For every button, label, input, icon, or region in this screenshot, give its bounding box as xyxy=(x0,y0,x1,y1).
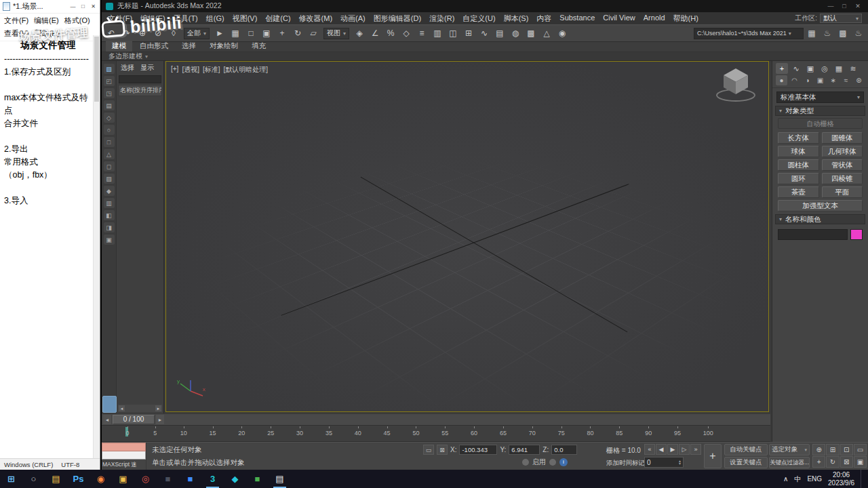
toolbar-icon[interactable]: ▱ xyxy=(306,26,321,41)
playback-button[interactable]: ◀ xyxy=(656,444,667,455)
timeline-ruler[interactable]: 0510152025303540455055606570758085909510… xyxy=(102,426,770,442)
toolbar-icon[interactable]: ⊕ xyxy=(135,26,150,41)
menu-item[interactable]: 文件(F) xyxy=(1,14,31,27)
ribbon-panel-polygon-modeling[interactable]: 多边形建模 xyxy=(102,52,868,61)
primitive-button[interactable]: 长方体 xyxy=(778,132,819,144)
toolbar-icon[interactable]: ◉ xyxy=(555,26,570,41)
taskbar-app-icon[interactable]: ▤ xyxy=(45,470,67,488)
modeling-tool-icon[interactable]: ◨ xyxy=(104,222,115,232)
create-category-icon[interactable]: ≈ xyxy=(840,75,852,85)
toolbar-icon[interactable]: △ xyxy=(539,26,554,41)
modeling-tool-icon[interactable]: ◻ xyxy=(104,161,115,171)
taskbar-app-icon[interactable]: ◆ xyxy=(224,470,246,488)
menu-item[interactable]: 编辑(E) xyxy=(136,14,170,24)
toolbar-icon[interactable]: ↻ xyxy=(290,26,305,41)
add-time-tag[interactable]: 添加时间标记 xyxy=(606,459,645,468)
playback-button[interactable]: ▶ xyxy=(667,444,678,455)
taskbar-app-icon[interactable]: ⊞ xyxy=(0,470,22,488)
time-slider[interactable]: 0 / 100 xyxy=(113,415,155,424)
window-control-button[interactable]: □ xyxy=(838,3,850,9)
toolbar-icon[interactable]: ↶ xyxy=(104,26,119,41)
toolbar-icon[interactable]: □ xyxy=(243,26,258,41)
modeling-tool-icon[interactable]: ▨ xyxy=(104,174,115,184)
playback-button[interactable]: « xyxy=(644,444,655,455)
create-category-icon[interactable]: ∗ xyxy=(827,75,839,85)
command-panel-tab[interactable]: + xyxy=(776,63,788,74)
scroll-left-icon[interactable]: ◄ xyxy=(119,405,125,411)
maxscript-mini-listener[interactable]: MAXScript 迷 xyxy=(102,443,146,470)
toolbar-icon[interactable]: ▤ xyxy=(492,26,507,41)
viewcube[interactable] xyxy=(714,67,757,106)
selection-filter-dropdown[interactable]: 全部 xyxy=(184,28,210,39)
menu-item[interactable]: 修改器(M) xyxy=(295,14,337,24)
render-icon[interactable]: ♨ xyxy=(851,26,866,41)
primitive-button[interactable]: 平面 xyxy=(822,186,863,198)
ribbon-tab[interactable]: 自由形式 xyxy=(134,41,174,52)
viewport-nav-icon[interactable]: ▭ xyxy=(854,444,867,455)
scrollbar-thumb[interactable] xyxy=(94,37,99,102)
toolbar-icon[interactable]: ▦ xyxy=(228,26,243,41)
viewport-nav-icon[interactable]: ⊡ xyxy=(840,444,853,455)
toolbar-icon[interactable]: ◇ xyxy=(399,26,414,41)
object-color-swatch[interactable] xyxy=(850,229,863,240)
modeling-tool-icon[interactable]: ◆ xyxy=(104,186,115,196)
toolbar-icon[interactable]: ▥ xyxy=(430,26,445,41)
viewport-nav-icon[interactable]: + xyxy=(812,456,825,468)
taskbar-app-icon[interactable]: ■ xyxy=(246,470,269,488)
workspace-dropdown[interactable]: 默认 xyxy=(820,14,862,23)
reference-coordinate-dropdown[interactable]: 视图 xyxy=(323,28,349,39)
menu-item[interactable]: 渲染(R) xyxy=(425,14,458,24)
menu-item[interactable]: 视图(V) xyxy=(229,14,262,24)
auto-key-button[interactable]: 自动关键点 xyxy=(724,444,768,455)
viewport-label-segment[interactable]: [透视] xyxy=(182,65,199,75)
modeling-tool-icon[interactable]: △ xyxy=(104,149,115,159)
viewcube-cube[interactable] xyxy=(724,68,748,94)
taskbar-app-icon[interactable]: ▤ xyxy=(269,470,291,488)
spinner-arrows-icon[interactable] xyxy=(679,460,681,465)
menu-item[interactable]: 编辑(E) xyxy=(31,14,62,27)
toolbar-icon[interactable]: ► xyxy=(212,26,227,41)
command-panel-tab[interactable]: ▦ xyxy=(833,63,845,74)
toggle-icon[interactable] xyxy=(549,459,556,466)
playback-button[interactable]: ▷ xyxy=(679,444,690,455)
x-coordinate-field[interactable]: -100.343 xyxy=(459,445,497,455)
isolate-selection-icon[interactable]: ▭ xyxy=(423,445,434,455)
set-key-mode-button[interactable]: 设置关键点 xyxy=(724,457,768,468)
taskbar-app-icon[interactable]: ◉ xyxy=(90,470,112,488)
menu-item[interactable]: 组(G) xyxy=(202,14,229,24)
viewport-nav-icon[interactable]: ⊕ xyxy=(812,444,825,455)
toolbar-icon[interactable]: ↷ xyxy=(119,26,134,41)
render-icon[interactable]: ▩ xyxy=(835,26,850,41)
toolbar-icon[interactable]: % xyxy=(383,26,398,41)
ime-indicator[interactable]: 中 xyxy=(794,474,801,484)
taskbar-app-icon[interactable]: ▣ xyxy=(112,470,134,488)
y-coordinate-field[interactable]: 6.941 xyxy=(509,445,540,455)
toggle-icon[interactable] xyxy=(522,459,529,466)
create-category-icon[interactable]: ⊛ xyxy=(853,75,865,85)
scroll-right-icon[interactable]: ► xyxy=(155,405,161,411)
tray-expand-chevron[interactable]: ∧ xyxy=(783,475,788,483)
explorer-horizontal-scrollbar[interactable]: ◄ ► xyxy=(118,405,162,412)
playback-button[interactable]: » xyxy=(690,444,701,455)
window-control-button[interactable]: ✕ xyxy=(852,3,864,9)
ribbon-tab[interactable]: 建模 xyxy=(106,41,132,52)
taskbar-app-icon[interactable]: ◎ xyxy=(134,470,157,488)
window-control-button[interactable]: — xyxy=(825,3,837,9)
modeling-tool-icon[interactable]: □ xyxy=(104,137,115,147)
menu-item[interactable]: 动画(A) xyxy=(336,14,370,24)
menu-item[interactable]: Civil View xyxy=(599,14,639,24)
viewport-nav-icon[interactable]: ⊞ xyxy=(826,444,839,455)
autogrid-toggle[interactable]: 自动栅格 xyxy=(778,118,863,129)
create-category-icon[interactable]: ▣ xyxy=(814,75,826,85)
rollout-object-type[interactable]: 对象类型 xyxy=(775,106,865,116)
listener-line[interactable] xyxy=(102,451,146,460)
render-icon[interactable]: ▦ xyxy=(804,26,819,41)
menu-item[interactable]: 图形编辑器(D) xyxy=(370,14,425,24)
primitive-button[interactable]: 管状体 xyxy=(822,159,863,171)
viewport-label-segment[interactable]: [默认明暗处理] xyxy=(224,65,269,75)
notepad-scrollbar[interactable] xyxy=(93,35,100,458)
create-category-icon[interactable]: ◑ xyxy=(802,75,813,85)
selected-objects-dropdown[interactable]: 选定对象 xyxy=(769,444,810,455)
selection-lock-icon[interactable]: ⊠ xyxy=(437,445,448,455)
rollout-name-color[interactable]: 名称和颜色 xyxy=(775,214,865,224)
